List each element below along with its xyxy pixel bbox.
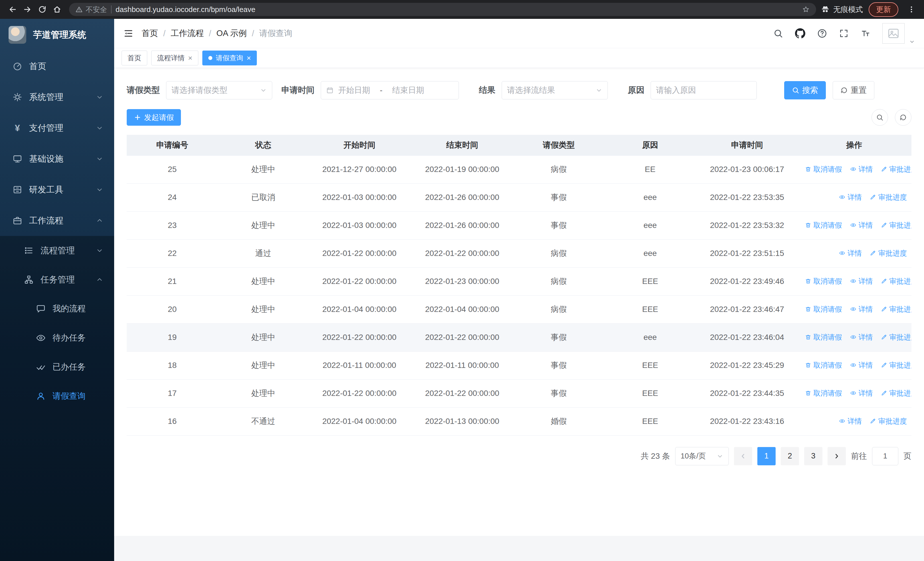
detail-action-link[interactable]: 详情: [850, 304, 873, 314]
sidebar-item-task-management[interactable]: 任务管理: [0, 265, 114, 294]
cancel-action-link[interactable]: 取消请假: [805, 164, 842, 174]
browser-back-button[interactable]: [5, 2, 20, 17]
result-select[interactable]: 请选择流结果: [502, 81, 608, 99]
progress-action-link[interactable]: 审批进度: [881, 388, 912, 398]
progress-action-link[interactable]: 审批进度: [881, 361, 912, 370]
reset-button[interactable]: 重置: [832, 81, 874, 99]
detail-action-link[interactable]: 详情: [850, 361, 873, 370]
prev-page-button[interactable]: [734, 447, 752, 465]
sidebar-item-infrastructure[interactable]: 基础设施: [0, 143, 114, 174]
sidebar-item-done-tasks[interactable]: 已办任务: [0, 352, 114, 382]
font-size-button[interactable]: [861, 29, 870, 38]
page-button-2[interactable]: 2: [781, 447, 799, 465]
cancel-action-link[interactable]: 取消请假: [805, 332, 842, 342]
detail-action-link[interactable]: 详情: [850, 164, 873, 174]
page-button-1[interactable]: 1: [758, 447, 776, 465]
browser-home-button[interactable]: [50, 2, 64, 17]
breadcrumb-item[interactable]: 首页: [141, 28, 158, 39]
cell-start: 2022-01-22 00:00:00: [309, 239, 410, 267]
sidebar-item-my-processes[interactable]: 我的流程: [0, 294, 114, 323]
page-content: 请假类型 请选择请假类型 申请时间 开始日期 - 结束日期: [114, 68, 924, 536]
eye-icon: [850, 390, 856, 396]
github-link[interactable]: [795, 28, 805, 39]
next-page-button[interactable]: [828, 447, 846, 465]
tab-home[interactable]: 首页: [122, 51, 147, 65]
detail-action-link[interactable]: 详情: [839, 417, 862, 426]
reason-input[interactable]: [656, 86, 752, 95]
progress-action-link[interactable]: 审批进度: [881, 332, 912, 342]
detail-action-link[interactable]: 详情: [850, 277, 873, 286]
close-icon[interactable]: ×: [246, 54, 251, 62]
url-text[interactable]: dashboard.yudao.iocoder.cn/bpm/oa/leave: [116, 5, 802, 14]
sidebar-item-workflow[interactable]: 工作流程: [0, 205, 114, 236]
cancel-action-link[interactable]: 取消请假: [805, 361, 842, 370]
close-icon[interactable]: ×: [188, 54, 192, 62]
progress-action-link[interactable]: 审批进度: [870, 193, 907, 202]
sidebar-item-home[interactable]: 首页: [0, 51, 114, 82]
table-row: 24已取消2022-01-03 00:00:002022-01-26 00:00…: [127, 183, 912, 211]
tab-leave-query[interactable]: 请假查询 ×: [202, 51, 257, 65]
fullscreen-button[interactable]: [839, 29, 849, 38]
browser-menu-button[interactable]: [904, 2, 919, 17]
detail-action-link[interactable]: 详情: [839, 248, 862, 258]
sidebar-item-todo-tasks[interactable]: 待办任务: [0, 323, 114, 352]
detail-action-link[interactable]: 详情: [850, 221, 873, 230]
row-actions: 取消请假详情审批进度: [797, 323, 912, 351]
browser-reload-button[interactable]: [35, 2, 50, 17]
app-logo[interactable]: 芋道管理系统: [0, 19, 114, 51]
breadcrumb-item[interactable]: OA 示例: [216, 28, 246, 39]
page-button-3[interactable]: 3: [804, 447, 822, 465]
sidebar-collapse-button[interactable]: [123, 28, 134, 39]
address-bar[interactable]: 不安全 dashboard.yudao.iocoder.cn/bpm/oa/le…: [69, 3, 816, 16]
user-avatar[interactable]: [882, 23, 904, 44]
progress-action-link[interactable]: 审批进度: [881, 277, 912, 286]
sidebar-item-system[interactable]: 系统管理: [0, 82, 114, 113]
cancel-action-link[interactable]: 取消请假: [805, 221, 842, 230]
start-date-placeholder[interactable]: 开始日期: [338, 85, 370, 96]
apply-time-range-picker[interactable]: 开始日期 - 结束日期: [321, 81, 459, 99]
help-button[interactable]: [817, 29, 827, 38]
cell-status: 处理中: [218, 155, 309, 183]
sidebar-item-leave-query[interactable]: 请假查询: [0, 382, 114, 411]
sidebar-item-label: 支付管理: [29, 122, 89, 134]
cancel-action-link[interactable]: 取消请假: [805, 277, 842, 286]
progress-action-link[interactable]: 审批进度: [881, 164, 912, 174]
end-date-placeholder[interactable]: 结束日期: [392, 85, 424, 96]
progress-action-link[interactable]: 审批进度: [881, 221, 912, 230]
cancel-action-link[interactable]: 取消请假: [805, 388, 842, 398]
toggle-search-button[interactable]: [872, 109, 888, 126]
refresh-table-button[interactable]: [895, 109, 912, 126]
cell-applied: 2022-01-22 23:53:32: [697, 211, 797, 239]
search-button[interactable]: 搜索: [784, 81, 826, 99]
logo-avatar: [9, 26, 26, 44]
goto-page-input[interactable]: [872, 447, 898, 465]
progress-action-link[interactable]: 审批进度: [870, 417, 907, 426]
cell-start: 2022-01-04 00:00:00: [309, 295, 410, 323]
bookmark-star-icon[interactable]: [802, 5, 810, 14]
cell-end: 2022-01-26 00:00:00: [410, 211, 514, 239]
progress-action-link[interactable]: 审批进度: [881, 304, 912, 314]
leave-type-select[interactable]: 请选择请假类型: [166, 81, 272, 99]
sidebar-item-payment[interactable]: ¥ 支付管理: [0, 113, 114, 143]
chevron-down-icon: [909, 39, 915, 45]
sidebar-item-devtools[interactable]: 研发工具: [0, 174, 114, 205]
security-status[interactable]: 不安全: [75, 5, 107, 14]
page-size-select[interactable]: 10条/页: [675, 447, 729, 465]
progress-action-link[interactable]: 审批进度: [870, 248, 907, 258]
sidebar-item-process-management[interactable]: 流程管理: [0, 236, 114, 265]
action-label: 取消请假: [814, 164, 842, 174]
detail-action-link[interactable]: 详情: [839, 193, 862, 202]
browser-update-button[interactable]: 更新: [868, 2, 898, 17]
cell-id: 21: [127, 267, 218, 295]
breadcrumb-item[interactable]: 工作流程: [171, 28, 204, 39]
detail-action-link[interactable]: 详情: [850, 388, 873, 398]
row-actions: 取消请假详情审批进度: [797, 155, 912, 183]
header-search-button[interactable]: [773, 29, 783, 38]
detail-action-link[interactable]: 详情: [850, 332, 873, 342]
create-leave-button[interactable]: 发起请假: [127, 109, 181, 126]
tab-process-detail[interactable]: 流程详情 ×: [151, 51, 198, 65]
filter-form: 请假类型 请选择请假类型 申请时间 开始日期 - 结束日期: [127, 81, 912, 99]
browser-forward-button[interactable]: [20, 2, 35, 17]
cancel-action-link[interactable]: 取消请假: [805, 304, 842, 314]
user-menu-caret[interactable]: [909, 39, 915, 45]
